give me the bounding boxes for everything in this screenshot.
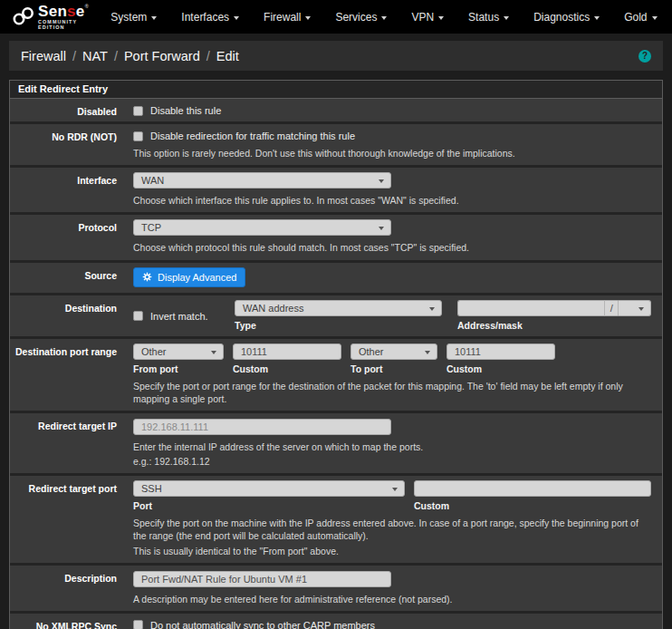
chevron-down-icon	[504, 16, 509, 20]
help-text: This option is rarely needed. Don't use …	[133, 147, 651, 160]
nav-item-firewall[interactable]: Firewall	[264, 11, 311, 24]
display-advanced-button[interactable]: Display Advanced	[133, 267, 245, 287]
custom-sublabel: Custom	[446, 363, 555, 374]
checkbox-label: Disable redirection for traffic matching…	[150, 131, 355, 141]
pfsense-logo-icon	[11, 5, 35, 29]
breadcrumb-separator: /	[206, 49, 210, 63]
help-icon[interactable]	[638, 50, 651, 63]
nav-item-diagnostics[interactable]: Diagnostics	[533, 11, 600, 24]
from-port-sublabel: From port	[133, 363, 224, 374]
chevron-down-icon	[652, 16, 658, 20]
nav-item-services[interactable]: Services	[335, 11, 387, 24]
row-destination-port-range: Destination port range Other From port C…	[10, 339, 662, 413]
chevron-down-icon	[151, 16, 157, 20]
edit-redirect-panel: Edit Redirect Entry Disabled Disable thi…	[9, 80, 663, 629]
chevron-down-icon	[594, 16, 600, 20]
select-value: Other	[359, 346, 384, 357]
field-label: Interface	[10, 168, 126, 212]
no-rdr-checkbox[interactable]	[133, 131, 143, 141]
from-port-custom-input[interactable]	[233, 344, 341, 360]
field-label: Redirect target IP	[10, 413, 126, 473]
destination-address-input[interactable]	[457, 300, 604, 316]
button-label: Display Advanced	[158, 272, 236, 283]
breadcrumb-separator: /	[114, 49, 118, 63]
field-label: Redirect target port	[10, 476, 126, 563]
row-description: Description A description may be entered…	[10, 566, 662, 614]
select-value: WAN address	[243, 303, 303, 314]
gear-icon	[142, 272, 152, 282]
select-value: TCP	[141, 222, 161, 233]
breadcrumb-port-forward[interactable]: Port Forward	[124, 49, 200, 63]
main-menu: System Interfaces Firewall Services VPN …	[110, 11, 672, 24]
help-text: A description may be entered here for ad…	[133, 593, 651, 605]
help-text: Enter the internal IP address of the ser…	[133, 440, 651, 453]
page: { "navbar": { "logo": { "brand_prefix": …	[0, 0, 672, 629]
help-text: This is usually identical to the "From p…	[133, 545, 651, 557]
destination-mask-select[interactable]	[618, 300, 651, 316]
field-label: Disabled	[10, 99, 126, 121]
mask-separator: /	[604, 300, 618, 316]
breadcrumb-separator: /	[72, 49, 76, 63]
select-value: WAN	[141, 175, 164, 186]
breadcrumb-nat[interactable]: NAT	[82, 49, 108, 63]
interface-select[interactable]: WAN	[133, 172, 391, 189]
field-label: Source	[10, 263, 126, 293]
custom-sublabel: Custom	[414, 500, 651, 511]
community-edition-label: COMMUNITY EDITION	[38, 20, 89, 30]
field-label: No RDR (NOT)	[10, 124, 126, 165]
row-interface: Interface WAN Choose which interface thi…	[10, 168, 662, 215]
field-label: Protocol	[10, 215, 126, 259]
to-port-custom-input[interactable]	[446, 344, 555, 360]
destination-type-select[interactable]: WAN address	[235, 300, 442, 316]
field-label: Destination port range	[10, 339, 126, 411]
type-sublabel: Type	[235, 320, 442, 331]
row-redirect-target-ip: Redirect target IP Enter the internal IP…	[10, 413, 662, 476]
protocol-select[interactable]: TCP	[133, 219, 391, 236]
field-label: Destination	[10, 295, 126, 336]
field-label: Description	[10, 566, 126, 611]
disable-rule-checkbox[interactable]	[133, 106, 143, 116]
breadcrumb-firewall[interactable]: Firewall	[21, 49, 66, 63]
redirect-target-port-select[interactable]: SSH	[133, 480, 405, 497]
breadcrumb-edit: Edit	[216, 49, 239, 63]
nav-item-system[interactable]: System	[110, 11, 157, 24]
nav-item-interfaces[interactable]: Interfaces	[181, 11, 239, 24]
breadcrumb: Firewall / NAT / Port Forward / Edit	[9, 41, 663, 71]
row-protocol: Protocol TCP Choose which protocol this …	[10, 215, 662, 262]
nav-item-vpn[interactable]: VPN	[411, 11, 444, 24]
select-value: Other	[141, 346, 167, 357]
top-navbar: Sense® COMMUNITY EDITION System Interfac…	[0, 0, 672, 34]
nav-item-status[interactable]: Status	[468, 11, 509, 24]
panel-title: Edit Redirect Entry	[10, 81, 662, 99]
brand-wordmark: Sense®	[38, 3, 89, 20]
checkbox-label: Invert match.	[150, 311, 208, 322]
from-port-select[interactable]: Other	[133, 344, 224, 360]
address-mask-sublabel: Address/mask	[457, 320, 651, 331]
to-port-select[interactable]: Other	[350, 344, 437, 360]
to-port-sublabel: To port	[350, 363, 437, 374]
help-text: Choose which protocol this rule should m…	[133, 241, 651, 254]
checkbox-label: Disable this rule	[150, 105, 221, 116]
row-disabled: Disabled Disable this rule	[10, 99, 662, 124]
row-source: Source Display Advanced	[10, 263, 662, 295]
chevron-down-icon	[381, 16, 387, 20]
checkbox-label: Do not automatically sync to other CARP …	[150, 620, 375, 629]
pfsense-logo[interactable]: Sense® COMMUNITY EDITION	[11, 4, 89, 30]
invert-match-checkbox[interactable]	[133, 311, 143, 321]
port-sublabel: Port	[133, 500, 405, 511]
row-no-xmlrpc-sync: No XMLRPC Sync Do not automatically sync…	[10, 614, 662, 629]
no-xmlrpc-sync-checkbox[interactable]	[133, 620, 143, 629]
redirect-target-port-custom-input[interactable]	[414, 480, 651, 497]
description-input[interactable]	[133, 571, 391, 587]
custom-sublabel: Custom	[233, 363, 341, 374]
redirect-target-ip-input[interactable]	[133, 419, 391, 435]
help-text: Specify the port on the machine with the…	[133, 517, 651, 542]
help-text: Choose which interface this rule applies…	[133, 194, 651, 207]
row-destination: Destination Invert match. WAN address Ty…	[10, 295, 662, 339]
field-label: No XMLRPC Sync	[10, 614, 126, 629]
chevron-down-icon	[234, 16, 239, 20]
chevron-down-icon	[438, 16, 444, 20]
help-text: e.g.: 192.168.1.12	[133, 455, 651, 468]
nav-item-gold[interactable]: Gold	[624, 11, 657, 24]
row-redirect-target-port: Redirect target port SSH Port Custom Spe…	[10, 476, 662, 566]
